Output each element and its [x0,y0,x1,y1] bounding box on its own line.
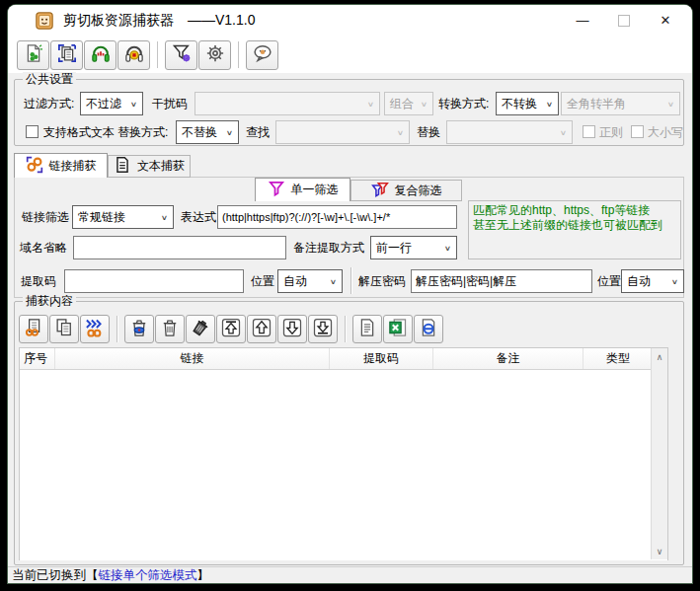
combine-select[interactable]: 组合 ∨ [384,92,433,115]
export-text-button[interactable] [352,315,382,343]
convert-mode-label: 转换方式: [438,92,489,115]
copy-all-button[interactable] [49,315,79,343]
export-excel-button[interactable] [383,315,413,343]
export-html-button[interactable] [414,315,443,343]
case-checkbox[interactable] [631,125,644,138]
toolbar-separator [345,316,347,342]
tab-single-filter[interactable]: 单一筛选 [255,178,350,201]
move-down-button[interactable] [277,315,307,343]
chevron-down-icon: ∨ [161,213,168,221]
tab-composite-filter-label: 复合筛选 [395,183,442,199]
chevron-down-icon: ∨ [671,277,678,285]
regex-checkbox[interactable] [583,125,595,138]
width-convert-select[interactable]: 全角转半角 ∨ [561,92,680,115]
main-toolbar [17,38,279,71]
scroll-up-arrow[interactable]: ∧ [652,348,667,365]
replace-mode-label: 替换方式: [117,120,168,144]
chain-link-icon [26,156,49,177]
tab-text-capture[interactable]: 文本捕获 [108,155,191,178]
convert-mode-select[interactable]: 不转换 ∨ [496,92,559,115]
paste-copy-button[interactable] [50,40,83,70]
note-mode-value: 前一行 [376,240,412,257]
new-document-button[interactable] [17,40,49,70]
app-version: ——V1.1.0 [188,12,255,28]
funnel-single-icon [268,180,291,200]
tab-link-capture[interactable]: 链接捕获 [14,153,108,178]
column-header-link[interactable]: 链接 [55,348,330,369]
noise-code-label: 干扰码 [152,92,188,115]
move-bottom-button[interactable] [308,315,338,343]
funnel-composite-icon [371,181,395,201]
app-name: 剪切板资源捕获器 [63,12,174,28]
rich-text-checkbox-label: 支持格式文本 [43,120,115,144]
unzip-password-label: 解压密码 [358,269,406,293]
tab-text-capture-label: 文本捕获 [137,158,185,175]
position2-select[interactable]: 自动 ∨ [621,269,684,293]
column-header-type[interactable]: 类型 [583,348,653,369]
column-header-index[interactable]: 序号 [20,348,55,369]
replace-mode-value: 不替换 [182,124,217,141]
tab-link-capture-label: 链接捕获 [49,158,97,175]
toolbar-separator [157,41,159,68]
move-top-button[interactable] [216,315,246,343]
monitor-off-icon [124,43,144,66]
app-window: 剪切板资源捕获器——V1.1.0 — ✕ [8,5,692,583]
tab-single-filter-label: 单一筛选 [291,182,339,198]
minimize-button[interactable]: — [562,6,603,35]
rich-text-checkbox[interactable] [26,125,39,138]
chevron-down-icon: ∨ [226,128,233,136]
maximize-button[interactable] [603,6,645,35]
copy-link-button[interactable] [19,315,48,343]
chevron-down-icon: ∨ [560,128,567,136]
capture-toolbar [19,315,444,343]
vertical-scrollbar[interactable]: ∧ ∨ [651,348,667,559]
noise-code-select[interactable]: ∨ [194,92,380,115]
domain-omit-input[interactable] [73,236,286,259]
extract-code-input[interactable] [64,269,244,293]
open-links-button[interactable] [80,315,110,343]
clear-all-button[interactable] [186,315,215,343]
trash-tilted-icon [191,318,210,340]
chevron-down-icon: ∨ [667,100,674,108]
position1-value: 自动 [283,273,307,290]
window-title: 剪切板资源捕获器——V1.1.0 [63,12,255,30]
position1-select[interactable]: 自动 ∨ [277,269,343,293]
domain-omit-label: 域名省略 [20,236,67,259]
monitor-on-icon [91,43,111,66]
scroll-down-arrow[interactable]: ∨ [652,543,667,559]
note-mode-select[interactable]: 前一行 ∨ [370,236,457,259]
chevron-down-icon: ∨ [130,100,137,108]
find-select[interactable]: ∨ [275,120,410,144]
arrow-top-icon [221,318,241,340]
trash-icon [160,318,180,340]
close-button[interactable]: ✕ [645,6,686,35]
filter-mode-select[interactable]: 不过滤 ∨ [80,92,143,115]
monitor-off-button[interactable] [117,40,150,70]
filter-mode-value: 不过滤 [86,96,121,112]
screen: { "titlebar": { "app_name": "剪切板资源捕获器", … [0,0,700,591]
replace-select[interactable]: ∨ [446,120,573,144]
expression-input[interactable] [217,205,457,229]
move-up-button[interactable] [247,315,276,343]
delete-link-button[interactable] [124,315,154,343]
tab-composite-filter[interactable]: 复合筛选 [350,180,462,201]
hint-line-2: 甚至无上述前缀的链接也可被匹配到 [473,218,676,233]
arrow-down-icon [282,318,302,340]
settings-gear-icon [205,43,225,66]
column-header-note[interactable]: 备注 [433,348,583,369]
unzip-password-input[interactable] [411,269,592,293]
position1-label: 位置 [251,269,274,293]
monitor-on-button[interactable] [84,40,117,70]
replace-mode-select[interactable]: 不替换 ∨ [176,120,239,144]
common-settings-title: 公共设置 [23,72,76,86]
link-filter-select[interactable]: 常规链接 ∨ [72,205,174,229]
delete-row-button[interactable] [155,315,185,343]
table-header-row: 序号 链接 提取码 备注 类型 [20,348,667,370]
expression-label: 表达式 [181,205,216,229]
filter-settings-button[interactable] [165,40,197,70]
about-message-button[interactable] [246,40,278,70]
settings-button[interactable] [198,40,231,70]
column-header-code[interactable]: 提取码 [330,348,433,369]
chevron-down-icon: ∨ [367,100,374,108]
delete-link-icon [129,318,149,340]
